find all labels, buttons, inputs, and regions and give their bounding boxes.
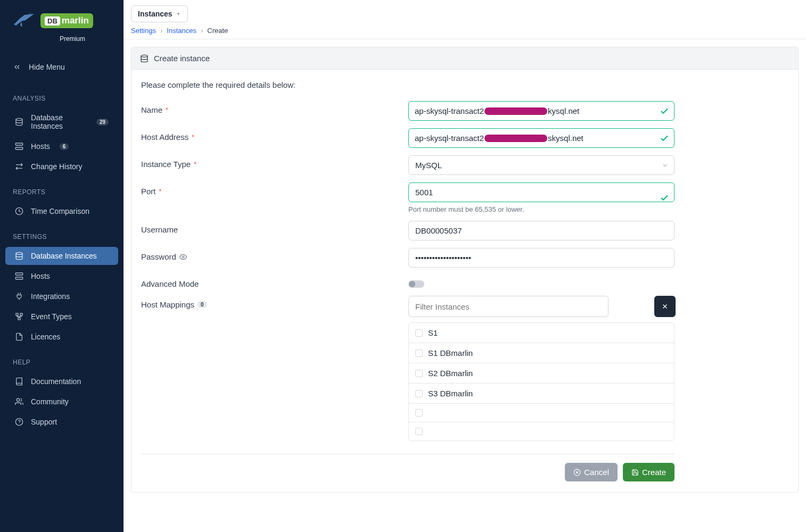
brand-marlin-text: marlin [62, 15, 89, 26]
server-icon [15, 142, 23, 151]
filter-instances-input[interactable] [408, 296, 608, 317]
type-label: Instance Type* [141, 155, 408, 169]
host-item[interactable] [409, 422, 674, 440]
section-reports: REPORTS [0, 177, 124, 201]
host-item[interactable]: S3 DBmarlin [409, 384, 674, 404]
nav-help-support[interactable]: Support [5, 413, 118, 431]
checkbox[interactable] [415, 329, 423, 337]
nav-help-community[interactable]: Community [5, 393, 118, 411]
checkbox[interactable] [415, 409, 423, 417]
crumb-settings[interactable]: Settings [131, 27, 156, 35]
nav-settings-integrations[interactable]: Integrations [5, 287, 118, 305]
nav-label: Database Instances [31, 252, 97, 260]
dropdown-label: Instances [138, 10, 172, 18]
breadcrumbs: Settings › Instances › Create [131, 27, 799, 35]
nav-label: Community [31, 397, 69, 406]
section-settings: SETTINGS [0, 221, 124, 246]
username-input[interactable] [408, 221, 675, 240]
nav-label: Event Types [31, 312, 72, 321]
username-label: Username [141, 221, 408, 234]
host-item[interactable]: S2 DBmarlin [409, 363, 674, 384]
nav-settings-event-types[interactable]: Event Types [5, 307, 118, 326]
host-item-label: S3 DBmarlin [428, 389, 473, 398]
nav-analysis-hosts[interactable]: Hosts 6 [5, 137, 118, 155]
brand-db-text: DB [45, 16, 60, 26]
nav-help-documentation[interactable]: Documentation [5, 372, 118, 390]
name-label: Name* [141, 101, 408, 114]
password-label: Password [141, 248, 408, 261]
hide-menu-button[interactable]: Hide Menu [5, 56, 118, 78]
nav-label: Licences [31, 332, 60, 341]
form-actions: Cancel Create [141, 454, 675, 481]
swap-icon [15, 162, 23, 171]
svg-point-0 [16, 118, 22, 120]
host-item-label: S1 DBmarlin [428, 348, 473, 358]
host-item[interactable]: S1 [409, 323, 674, 343]
nav-label: Integrations [31, 292, 70, 301]
svg-rect-2 [15, 147, 22, 149]
marlin-logo-icon [11, 10, 36, 32]
nav-label: Hosts [31, 142, 50, 151]
network-icon [15, 312, 23, 321]
database-icon [140, 54, 149, 63]
checkbox[interactable] [415, 350, 423, 357]
section-help: HELP [0, 347, 124, 371]
database-icon [15, 252, 23, 260]
plug-icon [15, 292, 23, 301]
nav-settings-licences[interactable]: Licences [5, 328, 118, 346]
sidebar: DB marlin Premium Hide Menu ANALYSIS Dat… [0, 0, 124, 532]
instructions-text: Please complete the required details bel… [141, 80, 788, 89]
topbar: Instances Settings › Instances › Create [124, 0, 806, 39]
create-button[interactable]: Create [623, 463, 675, 481]
cancel-icon [573, 469, 581, 476]
nav-reports-time-comparison[interactable]: Time Comparison [5, 202, 118, 220]
nav-label: Database Instances [31, 113, 87, 130]
book-icon [15, 377, 23, 386]
chevron-right-icon: › [201, 27, 203, 35]
check-icon [660, 193, 669, 203]
svg-rect-8 [15, 277, 22, 279]
checkbox[interactable] [415, 428, 423, 435]
port-help-text: Port number must be 65,535 or lower. [408, 205, 675, 213]
host-input[interactable] [408, 128, 675, 148]
svg-rect-10 [20, 313, 22, 315]
password-input[interactable] [408, 248, 675, 268]
port-input[interactable] [408, 182, 675, 202]
type-select[interactable]: MySQL [408, 155, 675, 175]
chevron-down-icon [176, 11, 181, 16]
nav-badge: 6 [60, 143, 69, 150]
cancel-button[interactable]: Cancel [565, 463, 618, 481]
brand-badge: DB marlin [40, 13, 93, 28]
clear-filter-button[interactable] [654, 296, 676, 317]
users-icon [15, 397, 23, 406]
nav-settings-db-instances[interactable]: Database Instances [5, 247, 118, 265]
name-input[interactable] [408, 101, 675, 121]
svg-point-6 [16, 252, 22, 254]
chevron-double-left-icon [13, 63, 21, 71]
cancel-label: Cancel [584, 468, 609, 477]
create-label: Create [642, 468, 666, 477]
advanced-toggle[interactable] [408, 280, 424, 288]
nav-settings-hosts[interactable]: Hosts [5, 267, 118, 285]
panel-title: Create instance [154, 54, 210, 63]
svg-rect-11 [18, 318, 20, 320]
nav-label: Documentation [31, 377, 81, 386]
checkbox[interactable] [415, 370, 423, 377]
clock-icon [15, 207, 23, 215]
hide-menu-label: Hide Menu [29, 63, 65, 71]
nav-analysis-change-history[interactable]: Change History [5, 157, 118, 176]
host-item-label: S1 [428, 328, 438, 337]
checkbox[interactable] [415, 390, 423, 397]
svg-rect-1 [15, 143, 22, 145]
instances-dropdown[interactable]: Instances [131, 5, 188, 22]
svg-point-12 [17, 398, 19, 401]
crumb-instances[interactable]: Instances [167, 27, 196, 35]
nav-analysis-db-instances[interactable]: Database Instances 29 [5, 109, 118, 135]
host-item[interactable]: S1 DBmarlin [409, 343, 674, 363]
help-icon [15, 418, 23, 426]
nav-label: Support [31, 418, 57, 426]
eye-icon[interactable] [179, 253, 187, 261]
host-item[interactable] [409, 404, 674, 422]
tier-label: Premium [60, 35, 85, 43]
svg-rect-7 [15, 273, 22, 275]
